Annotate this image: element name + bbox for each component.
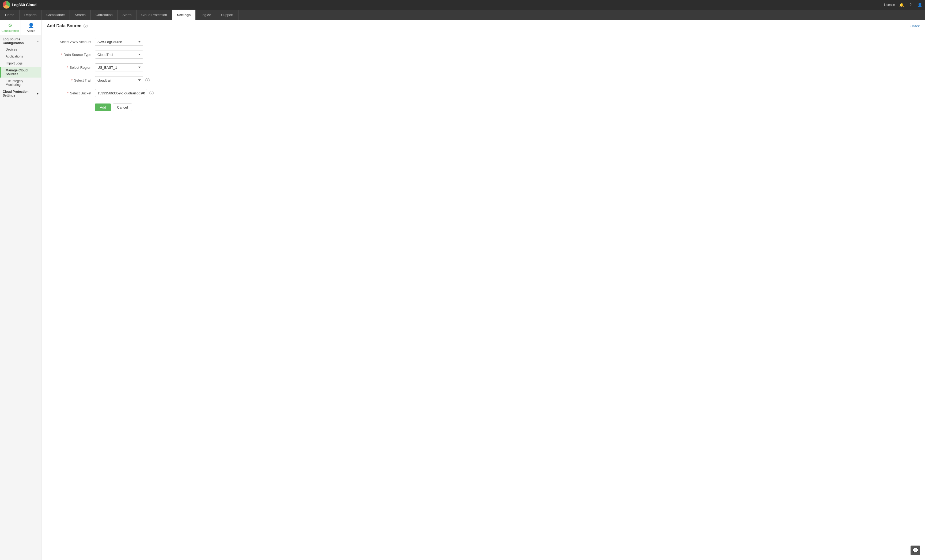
form-buttons: Add Cancel — [95, 104, 132, 111]
tab-correlation[interactable]: Correlation — [91, 10, 118, 20]
sidebar-section-cloud-protection[interactable]: Cloud Protection Settings ▸ — [0, 88, 41, 98]
form-row-trail: * Select Trail cloudtrail ? — [52, 76, 914, 84]
tab-alerts[interactable]: Alerts — [118, 10, 137, 20]
gear-icon: ⚙ — [8, 23, 12, 29]
control-aws-account: AWSLogSource — [95, 38, 143, 46]
content-header: Add Data Source ? ‹ Back — [42, 20, 925, 31]
sidebar-section-log-source[interactable]: Log Source Configuration ▾ — [0, 35, 41, 46]
label-aws-account: Select AWS Account — [52, 40, 95, 44]
control-bucket: 153935663359-cloudtraillogs-us-eas ? — [95, 89, 154, 97]
required-marker: * — [61, 53, 62, 57]
help-icon[interactable]: ? — [908, 2, 913, 8]
form-area: Select AWS Account AWSLogSource * Data S… — [42, 31, 925, 123]
add-button[interactable]: Add — [95, 104, 111, 111]
license-link[interactable]: License — [884, 3, 895, 7]
label-data-source-type: * Data Source Type — [52, 53, 95, 57]
form-row-data-source-type: * Data Source Type CloudTrail — [52, 51, 914, 59]
logo-icon — [3, 1, 10, 9]
select-data-source-type[interactable]: CloudTrail — [95, 51, 143, 59]
log-source-arrow: ▾ — [37, 40, 39, 43]
required-marker-trail: * — [71, 78, 72, 83]
control-region: US_EAST_1 — [95, 63, 143, 71]
page-title: Add Data Source — [47, 24, 81, 29]
cloud-protection-arrow: ▸ — [37, 92, 39, 96]
trail-help-icon[interactable]: ? — [145, 78, 150, 83]
topbar: Log360 Cloud License 🔔 ? 👤 — [0, 0, 925, 10]
select-region[interactable]: US_EAST_1 — [95, 63, 143, 71]
sidebar-item-import-logs[interactable]: Import Logs — [0, 60, 41, 67]
bucket-help-icon[interactable]: ? — [149, 91, 154, 95]
main-content: Add Data Source ? ‹ Back Select AWS Acco… — [42, 20, 925, 560]
title-help-icon[interactable]: ? — [83, 24, 88, 28]
control-data-source-type: CloudTrail — [95, 51, 143, 59]
select-bucket[interactable]: 153935663359-cloudtraillogs-us-eas — [95, 89, 147, 97]
back-label: Back — [912, 24, 920, 28]
control-trail: cloudtrail ? — [95, 76, 150, 84]
select-trail[interactable]: cloudtrail — [95, 76, 143, 84]
select-aws-account[interactable]: AWSLogSource — [95, 38, 143, 46]
app-logo: Log360 Cloud — [3, 1, 37, 9]
content-title-group: Add Data Source ? — [47, 24, 88, 29]
sidebar-admin-btn[interactable]: 👤 Admin — [21, 20, 42, 35]
required-marker-region: * — [67, 66, 68, 69]
form-row-region: * Select Region US_EAST_1 — [52, 63, 914, 71]
form-row-buttons: Add Cancel — [52, 102, 914, 111]
tab-reports[interactable]: Reports — [20, 10, 42, 20]
sidebar-configuration-btn[interactable]: ⚙ Configuration — [0, 20, 21, 35]
cloud-protection-label: Cloud Protection Settings — [3, 90, 37, 98]
topbar-right: License 🔔 ? 👤 — [884, 2, 922, 8]
form-row-aws-account: Select AWS Account AWSLogSource — [52, 38, 914, 46]
sidebar-item-manage-cloud-sources[interactable]: Manage Cloud Sources — [0, 67, 41, 78]
tab-cloud-protection[interactable]: Cloud Protection — [137, 10, 172, 20]
label-bucket: * Select Bucket — [52, 91, 95, 95]
sidebar-item-file-integrity-monitoring[interactable]: File Integrity Monitoring — [0, 78, 41, 88]
bell-icon[interactable]: 🔔 — [899, 2, 904, 8]
tab-search[interactable]: Search — [70, 10, 91, 20]
label-trail: * Select Trail — [52, 78, 95, 83]
user-icon[interactable]: 👤 — [917, 2, 922, 8]
sidebar-nav: Log Source Configuration ▾ Devices Appli… — [0, 35, 41, 560]
back-button[interactable]: ‹ Back — [910, 24, 920, 28]
chat-button[interactable]: 💬 — [911, 545, 920, 555]
cancel-button[interactable]: Cancel — [113, 104, 132, 111]
sidebar-item-applications[interactable]: Applications — [0, 53, 41, 60]
nav-tabs: Home Reports Compliance Search Correlati… — [0, 10, 925, 20]
back-chevron-icon: ‹ — [910, 24, 911, 28]
admin-label: Admin — [27, 29, 35, 32]
required-marker-bucket: * — [67, 91, 69, 95]
form-row-bucket: * Select Bucket 153935663359-cloudtraill… — [52, 89, 914, 97]
admin-icon: 👤 — [28, 23, 34, 29]
configuration-label: Configuration — [2, 29, 19, 32]
tab-home[interactable]: Home — [0, 10, 20, 20]
label-region: * Select Region — [52, 66, 95, 69]
tab-support[interactable]: Support — [216, 10, 238, 20]
sidebar-icon-group: ⚙ Configuration 👤 Admin — [0, 20, 41, 35]
tab-settings[interactable]: Settings — [172, 10, 196, 20]
log-source-label: Log Source Configuration — [3, 38, 37, 45]
sidebar: ⚙ Configuration 👤 Admin Log Source Confi… — [0, 20, 42, 560]
tab-logme[interactable]: LogMe — [196, 10, 216, 20]
main-layout: ⚙ Configuration 👤 Admin Log Source Confi… — [0, 20, 925, 560]
sidebar-item-devices[interactable]: Devices — [0, 46, 41, 53]
tab-compliance[interactable]: Compliance — [42, 10, 70, 20]
chat-icon: 💬 — [912, 547, 918, 553]
app-title: Log360 Cloud — [12, 3, 37, 7]
